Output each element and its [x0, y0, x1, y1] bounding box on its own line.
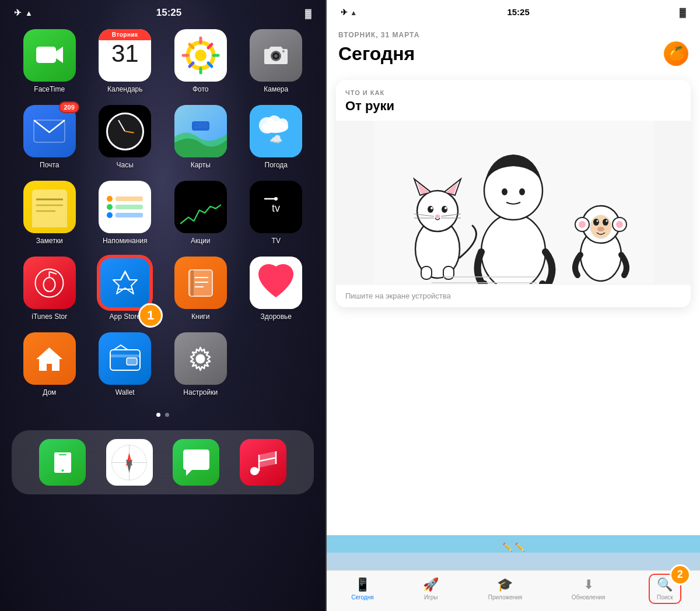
app-store-content: ВТОРНИК, 31 МАРТА Сегодня 🍊 ЧТО И КАК От…: [327, 22, 700, 603]
tab-search[interactable]: 🔍 Поиск 2: [649, 574, 681, 604]
tv-icon: tv: [250, 181, 302, 233]
step-1-circle: 1: [138, 303, 163, 328]
app-home[interactable]: Дом: [18, 332, 82, 396]
home-icon: [23, 332, 76, 385]
tab-apps[interactable]: 🎓 Приложения: [482, 574, 528, 603]
mail-label: Почта: [40, 161, 59, 169]
app-stocks[interactable]: Акции: [169, 181, 233, 245]
svg-point-32: [274, 197, 278, 201]
app-appstore[interactable]: 1 App Store: [93, 257, 158, 321]
page-dots: [0, 408, 326, 422]
status-right-right-icons: ▓: [680, 7, 686, 17]
status-left-icons: ✈ ▲: [14, 8, 33, 18]
messages-dock-icon: [173, 439, 219, 486]
phone-left: ✈ ▲ 15:25 ▓ FaceTime Вторник 31 Календар…: [0, 0, 327, 611]
dock-music[interactable]: [240, 439, 286, 486]
airplane-icon: ✈: [14, 8, 22, 18]
svg-rect-39: [191, 270, 194, 296]
stocks-label: Акции: [191, 237, 211, 245]
app-wallet[interactable]: Wallet: [93, 332, 158, 396]
svg-marker-44: [36, 347, 62, 371]
search-tab-label: Поиск: [657, 594, 673, 601]
dot-2: [165, 413, 169, 417]
dock-phone[interactable]: [39, 439, 86, 486]
updates-tab-icon: ⬇: [583, 577, 594, 592]
svg-point-93: [606, 220, 608, 222]
svg-point-15: [274, 54, 278, 58]
dock: [12, 430, 314, 494]
app-clock[interactable]: Часы: [93, 105, 158, 169]
app-facetime[interactable]: FaceTime: [18, 29, 82, 93]
phone-dock-icon: [39, 439, 86, 486]
tab-updates[interactable]: ⬇ Обновления: [566, 574, 611, 603]
svg-point-89: [616, 221, 623, 228]
books-icon: [174, 257, 227, 309]
card-title: От руки: [336, 99, 691, 121]
card-illustration: [336, 121, 691, 284]
wifi-icon-right: ▲: [350, 9, 357, 17]
tab-games[interactable]: 🚀 Игры: [417, 574, 444, 603]
svg-point-88: [579, 221, 586, 228]
svg-point-66: [428, 206, 433, 213]
cal-num: 31: [111, 40, 139, 66]
time-left: 15:25: [156, 7, 181, 19]
empty-slot: [244, 332, 297, 385]
apps-tab-label: Приложения: [488, 594, 523, 601]
svg-point-94: [597, 227, 604, 231]
appstore-label: App Store: [110, 312, 141, 321]
facetime-label: FaceTime: [34, 85, 65, 93]
svg-point-69: [444, 207, 447, 209]
dock-messages[interactable]: [173, 439, 219, 486]
app-weather[interactable]: ☁️ Погода: [244, 105, 309, 169]
reminders-icon: [99, 181, 151, 233]
notes-icon: [23, 181, 76, 233]
user-avatar[interactable]: 🍊: [664, 41, 688, 66]
app-tv[interactable]: tv TV: [244, 181, 309, 245]
svg-marker-55: [126, 459, 132, 473]
app-health[interactable]: Здоровье: [244, 257, 309, 321]
mail-badge: 209: [59, 101, 79, 113]
svg-point-50: [61, 469, 64, 472]
app-maps[interactable]: 280 Карты: [169, 105, 233, 169]
tab-today[interactable]: 📱 Сегодня: [345, 574, 379, 603]
card-footer: Пишите на экране устройства: [336, 284, 691, 307]
status-bar-right: ✈ ▲ 15:25 ▓: [327, 0, 700, 22]
app-camera[interactable]: Камера: [244, 29, 309, 93]
dock-safari[interactable]: [106, 439, 153, 486]
app-reminders[interactable]: Напоминания: [93, 181, 158, 245]
time-right: 15:25: [507, 7, 529, 17]
status-right-icons: ▓: [305, 8, 312, 18]
svg-line-36: [50, 272, 57, 274]
airplane-icon-right: ✈: [341, 8, 348, 17]
settings-icon: [174, 332, 227, 385]
app-mail[interactable]: 209 Почта: [18, 105, 82, 169]
maps-icon: 280: [174, 105, 227, 157]
svg-rect-46: [110, 354, 140, 357]
today-title-row: Сегодня 🍊: [338, 41, 688, 66]
today-title: Сегодня: [338, 43, 415, 65]
svg-point-16: [282, 50, 285, 52]
dot-1: [156, 413, 160, 417]
svg-rect-75: [421, 266, 432, 279]
apps-tab-icon: 🎓: [497, 577, 513, 592]
svg-point-91: [603, 219, 608, 226]
cal-day: Вторник: [99, 29, 151, 40]
app-photos[interactable]: Фото: [169, 29, 233, 93]
wallet-label: Wallet: [116, 388, 135, 396]
app-settings[interactable]: Настройки: [169, 332, 233, 396]
wifi-icon: ▲: [25, 9, 33, 17]
app-notes[interactable]: Заметки: [18, 181, 82, 245]
svg-point-48: [196, 354, 205, 363]
home-label: Дом: [43, 388, 56, 396]
svg-point-25: [262, 121, 288, 133]
featured-card[interactable]: ЧТО И КАК От руки: [336, 80, 691, 307]
calendar-label: Календарь: [107, 85, 143, 93]
app-books[interactable]: Книги: [169, 257, 233, 321]
clock-label: Часы: [117, 161, 134, 169]
app-itunes[interactable]: iTunes Stor: [18, 257, 82, 321]
tab-bar: 📱 Сегодня 🚀 Игры 🎓 Приложения ⬇ Обновлен…: [327, 570, 700, 611]
photos-label: Фото: [192, 85, 209, 93]
app-calendar[interactable]: Вторник 31 Календарь: [93, 29, 158, 93]
calendar-icon: Вторник 31: [99, 29, 151, 82]
appstore-icon: [99, 257, 151, 309]
